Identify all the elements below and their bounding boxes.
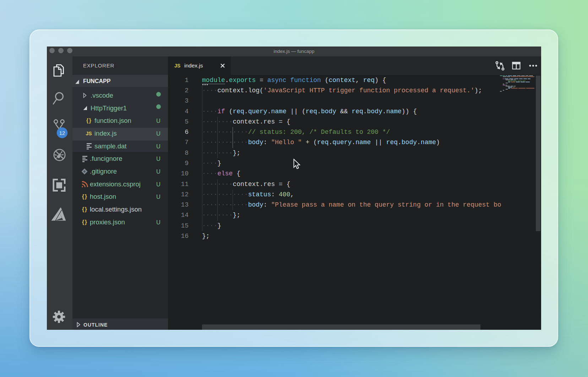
svg-text:12: 12 [59, 130, 65, 136]
